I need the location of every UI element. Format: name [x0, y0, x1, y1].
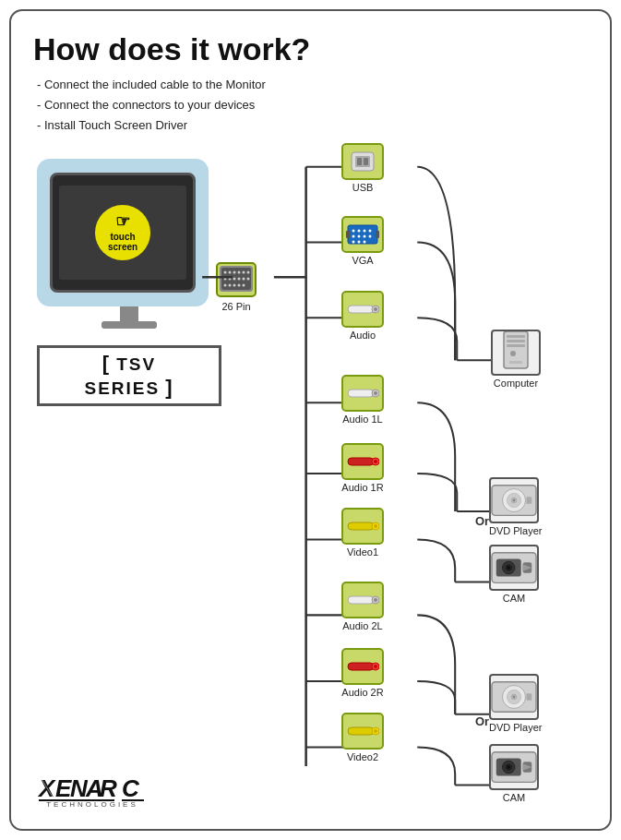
video2-connector: Video2	[341, 713, 384, 762]
computer-icon-box	[491, 330, 541, 376]
cam2-device: CAM	[489, 744, 539, 803]
cam2-icon-box	[489, 744, 539, 790]
monitor-screen: ☞ touch screen	[59, 186, 186, 280]
svg-rect-53	[376, 231, 379, 238]
svg-point-62	[374, 460, 377, 463]
svg-point-50	[358, 241, 361, 244]
svg-point-3	[229, 271, 232, 274]
tsv-series-label: TSV SERIES	[37, 345, 221, 406]
instruction-2: - Connect the connectors to your devices	[33, 95, 588, 115]
audio1r-label: Audio 1R	[341, 482, 384, 493]
computer-device: Computer	[491, 330, 541, 389]
xenarc-logo-svg: X E N A R	[37, 773, 120, 802]
audio1l-icon-box	[341, 375, 384, 412]
svg-point-18	[243, 284, 245, 287]
page-title: How does it work?	[33, 31, 588, 67]
vga-connector: VGA	[341, 216, 384, 266]
vga-label: VGA	[341, 255, 384, 266]
svg-point-47	[364, 235, 366, 238]
usb-icon-box	[341, 143, 384, 180]
audio2r-icon-box	[341, 648, 384, 685]
pin-icon-inner	[220, 266, 253, 294]
or-label-2: Or	[475, 714, 489, 728]
usb-connector: USB	[341, 143, 384, 193]
audio2l-connector: Audio 2L	[341, 582, 384, 631]
or-label-1: Or	[475, 514, 489, 528]
video1-connector: Video1	[341, 508, 384, 558]
svg-point-98	[513, 696, 516, 699]
svg-point-10	[233, 278, 236, 281]
monitor-frame: ☞ touch screen	[50, 173, 196, 293]
vga-icon-box	[341, 216, 384, 253]
svg-point-104	[507, 765, 510, 769]
svg-point-9	[229, 278, 232, 281]
audio2r-connector: Audio 2R	[341, 648, 384, 698]
svg-rect-40	[348, 225, 377, 244]
svg-rect-99	[526, 693, 531, 701]
instruction-1: - Connect the included cable to the Moni…	[33, 75, 588, 95]
audio1r-connector: Audio 1R	[341, 443, 384, 493]
page-container: How does it work? - Connect the included…	[9, 9, 612, 831]
svg-point-4	[233, 271, 236, 274]
svg-point-59	[374, 391, 377, 395]
svg-point-14	[224, 284, 227, 287]
svg-point-12	[243, 278, 245, 281]
cam2-label: CAM	[489, 792, 539, 803]
svg-point-15	[229, 284, 232, 287]
svg-rect-52	[346, 231, 350, 238]
svg-point-46	[358, 235, 361, 238]
monitor-stand	[120, 306, 138, 321]
pin-connector-icon	[216, 262, 257, 297]
monitor-base	[102, 321, 157, 329]
svg-point-11	[238, 278, 241, 281]
svg-rect-86	[526, 497, 531, 504]
svg-point-85	[513, 499, 516, 502]
monitor-background: ☞ touch screen	[37, 159, 209, 306]
svg-rect-66	[348, 596, 374, 604]
video1-icon-box	[341, 508, 384, 545]
svg-point-91	[507, 566, 510, 570]
svg-point-13	[247, 278, 250, 281]
svg-text:C: C	[122, 774, 140, 802]
cam1-device: CAM	[489, 545, 539, 604]
monitor-illustration: ☞ touch screen TSV SERIES	[37, 159, 221, 406]
dvd1-icon-box	[489, 477, 539, 523]
svg-rect-72	[348, 727, 374, 735]
logo-sub-text: TECHNOLOGIES	[37, 800, 148, 809]
svg-point-68	[374, 598, 377, 602]
svg-rect-78	[507, 344, 525, 347]
svg-rect-76	[507, 335, 525, 338]
svg-point-79	[510, 351, 516, 356]
svg-point-2	[224, 271, 227, 274]
instructions-list: - Connect the included cable to the Moni…	[33, 75, 588, 136]
svg-point-65	[374, 524, 377, 528]
cam1-icon-box	[489, 545, 539, 591]
svg-rect-38	[357, 158, 362, 165]
svg-point-7	[247, 271, 250, 274]
svg-rect-57	[348, 390, 374, 397]
computer-label: Computer	[491, 378, 541, 389]
audio-label: Audio	[341, 330, 384, 341]
audio1l-connector: Audio 1L	[341, 375, 384, 425]
svg-point-74	[374, 729, 377, 733]
video1-label: Video1	[341, 546, 384, 558]
svg-rect-63	[348, 522, 374, 530]
svg-point-42	[358, 230, 361, 233]
touch-screen-label: ☞ touch screen	[95, 205, 150, 260]
svg-rect-80	[509, 361, 522, 364]
audio2l-icon-box	[341, 582, 384, 618]
dvd2-label: DVD Player	[489, 722, 542, 733]
svg-point-16	[233, 284, 236, 287]
audio-connector: Audio	[341, 291, 384, 341]
touch-finger-icon: ☞	[115, 213, 130, 232]
svg-point-48	[369, 235, 372, 238]
audio2r-label: Audio 2R	[341, 687, 384, 698]
video2-icon-box	[341, 713, 384, 750]
video2-label: Video2	[341, 751, 384, 762]
svg-point-56	[374, 307, 377, 311]
dvd1-label: DVD Player	[489, 525, 542, 536]
svg-point-6	[243, 271, 245, 274]
svg-rect-77	[507, 340, 525, 342]
svg-point-17	[238, 284, 241, 287]
pin-connector-label: 26 Pin	[216, 301, 257, 312]
